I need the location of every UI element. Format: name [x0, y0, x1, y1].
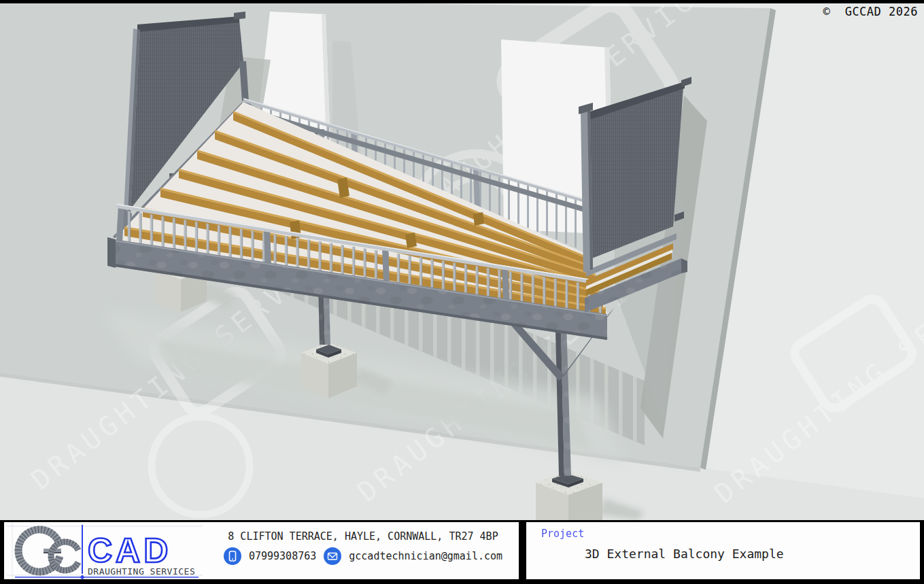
email-icon: [324, 547, 341, 565]
title-block-divider: [519, 522, 526, 579]
company-email: gccadtechnician@gmail.com: [349, 550, 502, 562]
title-block: CAD DRAUGHTING SERVICES 8 CLIFTON TERRAC…: [0, 520, 924, 584]
project-label: Project: [541, 528, 584, 540]
project-title: 3D External Balcony Example: [585, 547, 784, 561]
copyright-note: © GCCAD 2026: [823, 5, 918, 18]
company-logo: CAD DRAUGHTING SERVICES: [5, 522, 204, 579]
logo-underline-node: [80, 575, 85, 580]
logo-tagline: DRAUGHTING SERVICES: [88, 566, 195, 577]
balcony-3d-view: DRAUGHTING SERVICES DRAUGHTING SERVICES …: [0, 0, 924, 520]
logo-cad-text: CAD: [88, 532, 171, 570]
cad-drawing-sheet: DRAUGHTING SERVICES DRAUGHTING SERVICES …: [0, 0, 924, 584]
beam-end-face: [107, 237, 116, 268]
phone-icon: [224, 547, 241, 565]
company-address: 8 CLIFTON TERRACE, HAYLE, CORNWALL, TR27…: [208, 530, 518, 543]
contact-details: 8 CLIFTON TERRACE, HAYLE, CORNWALL, TR27…: [208, 522, 518, 579]
company-phone: 07999308763: [249, 550, 316, 562]
project-cell: Project 3D External Balcony Example: [526, 522, 920, 579]
top-border-bar: [0, 0, 924, 3]
screen-cap: [234, 12, 245, 20]
protractor-monogram: [18, 530, 78, 572]
